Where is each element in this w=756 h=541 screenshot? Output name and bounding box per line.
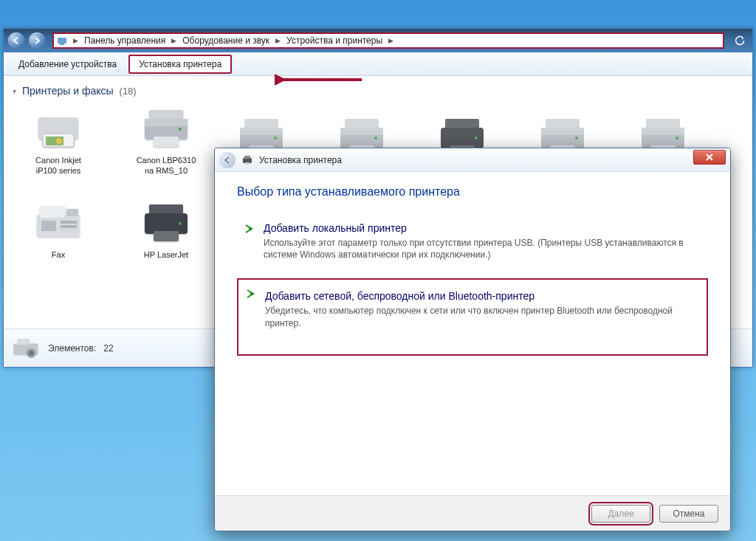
- chevron-right-icon: ▶: [171, 37, 176, 44]
- section-label: Принтеры и факсы: [22, 85, 114, 97]
- wizard-title: Установка принтера: [259, 155, 342, 165]
- printer-label: Fax: [52, 250, 65, 259]
- section-header[interactable]: ▾ Принтеры и факсы (18): [13, 85, 745, 97]
- svg-rect-23: [58, 38, 66, 44]
- arrow-right-icon: [33, 37, 41, 44]
- close-button[interactable]: [693, 150, 726, 165]
- printer-icon: [32, 107, 84, 151]
- next-button[interactable]: Далее: [591, 505, 650, 523]
- option-desc: Убедитесь, что компьютер подключен к сет…: [265, 305, 699, 328]
- printer-label: Canon Inkjet: [35, 156, 81, 165]
- refresh-icon: [735, 35, 745, 46]
- option-desc: Используйте этот параметр только при отс…: [264, 237, 701, 261]
- printer-label: HP LaserJet: [144, 250, 188, 259]
- add-printer-button[interactable]: Установка принтера: [128, 55, 232, 74]
- printer-label: iP100 series: [36, 166, 81, 175]
- collapse-icon: ▾: [13, 87, 16, 95]
- arrow-left-icon: [13, 37, 20, 44]
- nav-back-button[interactable]: [8, 32, 24, 49]
- address-bar[interactable]: ▶ Панель управления ▶ Оборудование и зву…: [52, 32, 724, 49]
- breadcrumb-item[interactable]: Оборудование и звук: [182, 35, 269, 46]
- svg-rect-24: [60, 44, 64, 45]
- chevron-right-icon: ▶: [275, 37, 281, 44]
- arrow-right-icon: [244, 224, 256, 235]
- status-thumb-icon: [11, 335, 41, 362]
- printer-small-icon: [241, 154, 253, 166]
- arrow-right-icon: [246, 289, 258, 300]
- arrow-left-icon: [224, 156, 231, 164]
- close-icon: [706, 154, 713, 161]
- add-device-button[interactable]: Добавление устройства: [10, 56, 126, 72]
- fax-icon: [32, 201, 84, 246]
- option-title: Добавить сетевой, беспроводной или Bluet…: [265, 290, 699, 302]
- status-count: 22: [103, 343, 113, 354]
- printer-icon: [140, 107, 192, 151]
- add-printer-wizard: Установка принтера Выбор типа устанавлив…: [214, 148, 731, 531]
- svg-rect-28: [245, 162, 250, 165]
- printer-label: Canon LBP6310: [137, 156, 196, 165]
- refresh-button[interactable]: [732, 32, 748, 49]
- breadcrumb-item[interactable]: Панель управления: [84, 35, 165, 46]
- printer-grid: Canon Inkjet iP100 series Canon LBP6310 …: [11, 104, 225, 287]
- window-header: ▶ Панель управления ▶ Оборудование и зву…: [4, 29, 752, 52]
- printer-label: на RMS_10: [145, 166, 188, 175]
- chevron-right-icon: ▶: [73, 37, 78, 44]
- section-count: (18): [120, 86, 137, 97]
- wizard-body: Выбор типа устанавливаемого принтера Доб…: [215, 172, 730, 495]
- printer-item[interactable]: Fax: [11, 199, 106, 287]
- wizard-titlebar: Установка принтера: [215, 148, 730, 172]
- option-title: Добавить локальный принтер: [264, 222, 701, 234]
- toolbar: Добавление устройства Установка принтера: [4, 52, 752, 76]
- option-network-printer[interactable]: Добавить сетевой, беспроводной или Bluet…: [237, 278, 708, 355]
- breadcrumb-item[interactable]: Устройства и принтеры: [286, 35, 382, 46]
- printer-item[interactable]: Canon LBP6310 на RMS_10: [119, 104, 213, 193]
- wizard-back-button[interactable]: [219, 152, 236, 168]
- printer-icon: [140, 201, 192, 246]
- svg-rect-26: [243, 158, 252, 163]
- printer-item[interactable]: Canon Inkjet iP100 series: [11, 104, 106, 193]
- svg-rect-27: [244, 156, 250, 159]
- chevron-right-icon: ▶: [388, 37, 394, 44]
- cancel-button[interactable]: Отмена: [659, 505, 718, 523]
- status-label: Элементов:: [48, 343, 96, 354]
- wizard-heading: Выбор типа устанавливаемого принтера: [237, 185, 708, 199]
- wizard-footer: Далее Отмена: [215, 495, 730, 531]
- printer-item[interactable]: HP LaserJet: [119, 199, 213, 287]
- option-local-printer[interactable]: Добавить локальный принтер Используйте э…: [237, 215, 708, 271]
- devices-icon: [57, 35, 67, 46]
- nav-forward-button[interactable]: [29, 32, 45, 49]
